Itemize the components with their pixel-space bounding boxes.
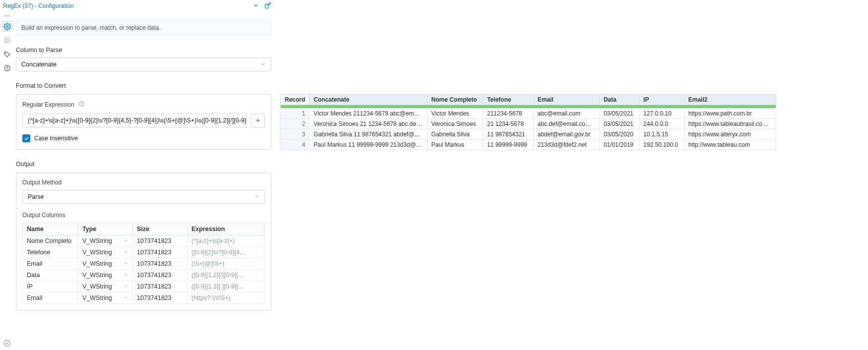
grid-cell-nome: Veronica Simoes [427,119,483,129]
grid-cell-tel: 11 99999-9999 [483,140,534,150]
grid-cell-tel: 11 987654321 [483,129,534,140]
out-cell-name[interactable]: Email [23,258,78,270]
out-cell-size[interactable]: 1073741823 [133,281,187,292]
grid-row[interactable]: 3Gabriella Silva 11 987654321 abdef@emai… [281,129,776,140]
checkmark-icon [3,339,11,347]
out-cell-size[interactable]: 1073741823 [133,258,187,270]
out-cell-expr: (\S+[@]\S+) [187,258,265,270]
out-cell-type[interactable]: V_WString [78,292,133,304]
grid-cell-email2: https://www.path.com.br [684,109,776,119]
grid-th-tel[interactable]: Telefone [483,95,534,105]
out-cell-expr: ([0-9]{1,2}[/][0-9]{... [187,270,265,281]
out-cell-name[interactable]: Nome Completo [23,235,78,247]
grid-cell-data: 03/05/2020 [599,129,639,140]
grid-th-email2[interactable]: Email2 [684,95,776,105]
grid-cell-concat: Gabriella Silva 11 987654321 abdef@email… [310,129,427,140]
grid-cell-ip: 192.50.100.0 [639,140,684,150]
grid-cell-ip: 244.0.0.0 [639,119,684,129]
column-to-parse-select[interactable]: Concatenate [16,58,271,71]
grid-th-data[interactable]: Data [599,95,639,105]
grid-cell-ip: 10.1.5.15 [639,129,684,140]
format-to-convert-label: Format to Convert [16,82,271,89]
grid-cell-concat: Paul Markus 11 99999-9999 213d3d@fdef2.n… [310,140,427,150]
grid-row[interactable]: 1Victor Mendes 211234-5678 abc@email.com… [281,109,776,119]
config-icon[interactable] [1,21,12,32]
out-cell-expr: (https?:\/\/\S+) [187,292,265,304]
out-th-name[interactable]: Name [23,223,78,235]
out-cell-size[interactable]: 1073741823 [133,235,187,247]
grid-cell-data: 03/05/2021 [599,109,639,119]
regex-input[interactable]: (^[a-z]+\s[a-z]+)\s([0-9]{2}\s?[0-9]{4,5… [22,114,247,127]
grid-th-record[interactable]: Record [281,95,310,105]
chevron-down-icon [124,272,128,279]
grid-cell-email: abdef@email.gov.br [533,129,599,140]
add-button[interactable]: + [251,114,265,127]
svg-point-2 [6,25,8,27]
out-th-type[interactable]: Type [78,223,133,235]
out-row: TelefoneV_WString1073741823([0-9]{2}\s?[… [23,247,265,258]
drag-handle-icon[interactable]: ⋯ [3,14,10,18]
out-cell-expr: (^[a-z]+\s[a-z]+) [187,235,265,247]
grid-cell-concat: Veronica Simoes 21 1234-5678 abc.def@ema… [310,119,427,129]
out-cell-type[interactable]: V_WString [78,247,133,258]
output-card: Output Method Parse Output Columns Name … [16,173,271,310]
case-insensitive-checkbox[interactable] [22,134,30,142]
out-cell-size[interactable]: 1073741823 [133,270,187,281]
grid-cell-record: 1 [281,109,310,119]
out-row: IPV_WString1073741823([0-9]{1,3}[.][0-9]… [23,281,265,292]
grid-th-concat[interactable]: Concatenate [310,95,427,105]
help-icon[interactable] [78,101,85,109]
out-cell-type[interactable]: V_WString [78,281,133,292]
out-cell-type[interactable]: V_WString [78,258,133,270]
column-to-parse-value: Concatenate [21,61,57,68]
out-cell-name[interactable]: Telefone [23,247,78,258]
popout-icon[interactable] [264,2,271,10]
output-method-select[interactable]: Parse [22,190,265,204]
grid-cell-email: 213d3d@fdef2.net [533,140,599,150]
out-cell-name[interactable]: Data [23,270,78,281]
out-cell-size[interactable]: 1073741823 [133,247,187,258]
out-cell-type[interactable]: V_WString [78,270,133,281]
grid-cell-email: abc@email.com [533,109,599,119]
chevron-down-icon [124,249,128,256]
out-th-expr[interactable]: Expression [187,223,265,235]
grid-cell-nome: Paul Markus [427,140,483,150]
help-icon[interactable] [1,62,12,73]
svg-point-9 [4,340,10,346]
out-cell-expr: ([0-9]{2}\s?[0-9]{4,... [187,247,265,258]
grid-row[interactable]: 2Veronica Simoes 21 1234-5678 abc.def@em… [281,119,776,129]
out-row: DataV_WString1073741823([0-9]{1,2}[/][0-… [23,270,265,281]
grid-th-nome[interactable]: Nome Completo [427,95,483,105]
chevron-down-icon [124,237,128,244]
tag-icon[interactable] [1,49,12,59]
output-columns-table: Name Type Size Expression Nome CompletoV… [22,223,265,304]
grid-th-ip[interactable]: IP [639,95,684,105]
grid-cell-email2: https://www.tableaubrasil.com.br [684,119,776,129]
grid-cell-data: 03/05/2021 [599,119,639,129]
grid-cell-data: 01/01/2019 [599,140,639,150]
grid-th-email[interactable]: Email [533,95,599,105]
out-th-size[interactable]: Size [133,223,187,235]
out-cell-name[interactable]: Email [23,292,78,304]
output-method-value: Parse [28,193,44,200]
grid-cell-tel: 211234-5678 [483,109,534,119]
format-card: Regular Expression (^[a-z]+\s[a-z]+)\s([… [16,94,271,150]
collapse-icon[interactable] [252,2,259,10]
panel-header: RegEx (37) - Configuration [0,0,274,12]
refresh-icon[interactable] [1,35,12,46]
out-row: Nome CompletoV_WString1073741823(^[a-z]+… [23,235,265,247]
case-insensitive-label: Case Insensitive [34,135,78,142]
output-method-label: Output Method [22,179,265,186]
chevron-down-icon [124,260,128,267]
out-cell-type[interactable]: V_WString [78,235,133,247]
grid-cell-email: abc.def@email.com.br [533,119,599,129]
chevron-down-icon [261,61,266,68]
grid-cell-record: 2 [281,119,310,129]
output-label: Output [16,161,271,168]
grid-cell-record: 3 [281,129,310,140]
out-cell-size[interactable]: 1073741823 [133,292,187,304]
svg-point-6 [7,69,7,70]
out-cell-name[interactable]: IP [23,281,78,292]
regex-value: (^[a-z]+\s[a-z]+)\s([0-9]{2}\s?[0-9]{4,5… [28,117,247,124]
grid-row[interactable]: 4Paul Markus 11 99999-9999 213d3d@fdef2.… [281,140,776,150]
